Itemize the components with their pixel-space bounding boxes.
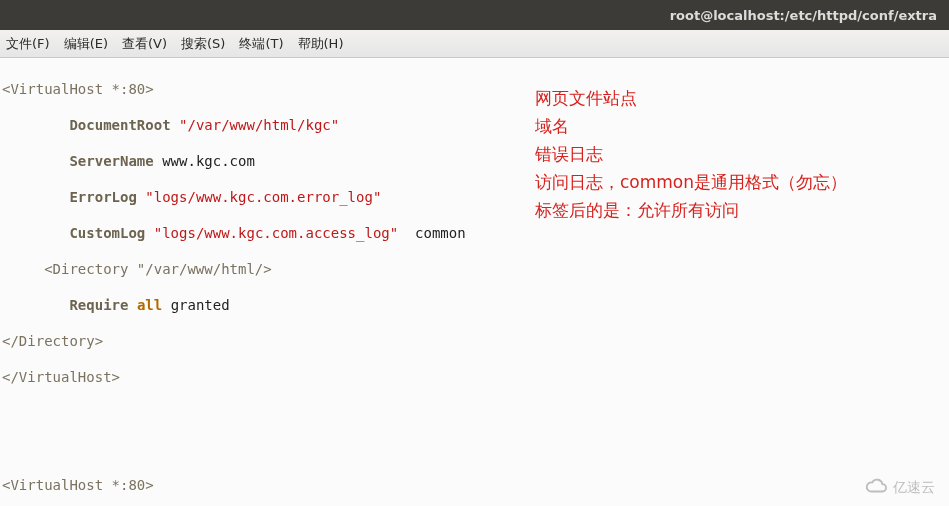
vhost2-open-tag: <VirtualHost *:80> xyxy=(2,477,154,493)
window-titlebar: root@localhost:/etc/httpd/conf/extra xyxy=(0,0,949,30)
menu-term[interactable]: 终端(T) xyxy=(239,35,283,53)
servername-key: ServerName xyxy=(69,153,153,169)
annotation-require: 标签后的是：允许所有访问 xyxy=(535,196,847,224)
watermark: 亿速云 xyxy=(865,475,935,500)
errorlog-key: ErrorLog xyxy=(69,189,136,205)
menu-file[interactable]: 文件(F) xyxy=(6,35,50,53)
directory-open: <Directory "/var/www/html/> xyxy=(44,261,272,277)
cloud-icon xyxy=(865,475,887,500)
menu-search[interactable]: 搜索(S) xyxy=(181,35,225,53)
customlog-val: "logs/www.kgc.com.access_log" xyxy=(154,225,398,241)
window-title: root@localhost:/etc/httpd/conf/extra xyxy=(670,8,937,23)
annotation-block: 网页文件站点 域名 错误日志 访问日志，common是通用格式（勿忘） 标签后的… xyxy=(535,84,847,224)
annotation-errorlog: 错误日志 xyxy=(535,140,847,168)
docroot-key: DocumentRoot xyxy=(69,117,170,133)
annotation-docroot: 网页文件站点 xyxy=(535,84,847,112)
menu-view[interactable]: 查看(V) xyxy=(122,35,167,53)
menu-help[interactable]: 帮助(H) xyxy=(298,35,344,53)
watermark-text: 亿速云 xyxy=(893,479,935,497)
vhost-open-tag: <VirtualHost *:80> xyxy=(2,81,154,97)
annotation-domain: 域名 xyxy=(535,112,847,140)
vhost-close-tag: </VirtualHost> xyxy=(2,369,120,385)
require-all: all xyxy=(137,297,162,313)
require-key: Require xyxy=(69,297,128,313)
servername-val: www.kgc.com xyxy=(162,153,255,169)
customlog-key: CustomLog xyxy=(69,225,145,241)
menu-bar: 文件(F) 编辑(E) 查看(V) 搜索(S) 终端(T) 帮助(H) xyxy=(0,30,949,58)
menu-edit[interactable]: 编辑(E) xyxy=(64,35,108,53)
docroot-val: "/var/www/html/kgc" xyxy=(179,117,339,133)
require-granted: granted xyxy=(171,297,230,313)
directory-close: </Directory> xyxy=(2,333,103,349)
annotation-accesslog: 访问日志，common是通用格式（勿忘） xyxy=(535,168,847,196)
customlog-fmt: common xyxy=(415,225,466,241)
errorlog-val: "logs/www.kgc.com.error_log" xyxy=(145,189,381,205)
